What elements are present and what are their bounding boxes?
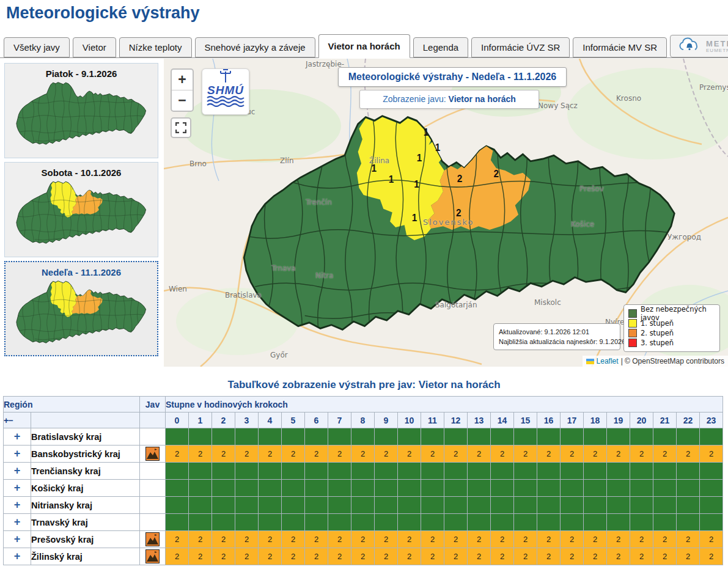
hour-warning-cell <box>444 514 468 531</box>
column-header-steps: Stupne v hodinových krokoch <box>166 397 723 413</box>
warning-level-number: 1 <box>372 163 377 174</box>
expand-row-button[interactable]: + <box>4 428 31 446</box>
expand-row-button[interactable]: + <box>4 514 31 531</box>
legend-item: Bez nebezpečných javov <box>628 309 715 318</box>
hour-warning-cell: 2 <box>166 446 189 463</box>
expand-row-button[interactable]: + <box>4 480 31 497</box>
table-row: +Trnavský kraj <box>4 514 723 531</box>
zoom-out-button[interactable]: − <box>172 90 193 111</box>
day-title: Sobota - 10.1.2026 <box>5 167 158 178</box>
day-panel-friday[interactable]: Piatok - 9.1.2026 <box>4 63 158 158</box>
zoom-in-button[interactable]: + <box>172 70 193 90</box>
hour-warning-cell <box>607 497 630 514</box>
hour-warning-cell <box>630 480 653 497</box>
shmu-logo[interactable]: SHMÚ <box>202 68 249 115</box>
hour-warning-cell <box>328 463 351 480</box>
tab-snehove-jazyky[interactable]: Snehové jazyky a záveje <box>195 37 315 57</box>
hour-warning-cell <box>653 428 677 446</box>
expand-row-button[interactable]: + <box>4 531 31 548</box>
map-attribution: Leaflet | © OpenStreetMap contributors <box>583 356 728 367</box>
expand-row-button[interactable]: + <box>4 497 31 514</box>
day-title: Nedeľa - 11.1.2026 <box>6 267 157 277</box>
hour-warning-cell: 2 <box>653 446 677 463</box>
hour-warning-cell <box>421 514 444 531</box>
tab-vietor-na-horach[interactable]: Vietor na horách <box>318 34 410 58</box>
region-name: Bratislavský kraj <box>31 428 140 446</box>
hour-warning-cell: 2 <box>561 548 584 565</box>
hour-warning-cell: 2 <box>514 548 537 565</box>
hour-warning-cell <box>561 428 584 446</box>
warning-map[interactable]: 1111111222 Jastrzębie-OlomoucBrnoZlínKro… <box>164 59 728 367</box>
hour-warning-cell: 2 <box>375 548 398 565</box>
region-name: Prešovský kraj <box>31 531 140 548</box>
hour-warning-cell: 2 <box>305 531 328 548</box>
hour-warning-cell: 2 <box>584 531 607 548</box>
page-title: Meteorologické výstrahy <box>6 4 200 23</box>
hour-warning-cell: 2 <box>561 446 584 463</box>
hour-warning-cell: 2 <box>700 446 723 463</box>
tab-vietor[interactable]: Vietor <box>73 37 116 57</box>
leaflet-link[interactable]: Leaflet <box>597 357 619 365</box>
hour-warning-cell: 2 <box>491 446 514 463</box>
hour-header: 16 <box>537 413 561 428</box>
hour-warning-cell: 2 <box>607 446 630 463</box>
hour-warning-cell <box>212 428 235 446</box>
hour-warning-cell <box>653 514 677 531</box>
hour-warning-cell <box>189 497 212 514</box>
hour-warning-cell: 2 <box>607 548 630 565</box>
hour-warning-cell <box>398 480 421 497</box>
hour-warning-cell <box>514 480 537 497</box>
expand-row-button[interactable]: + <box>4 446 31 463</box>
tab-legenda[interactable]: Legenda <box>413 37 468 57</box>
legend-swatch <box>628 339 637 347</box>
hour-warning-cell: 2 <box>212 531 235 548</box>
day-panel-sunday[interactable]: Nedeľa - 11.1.2026 <box>4 261 158 356</box>
day-panel-saturday[interactable]: Sobota - 10.1.2026 <box>4 162 158 257</box>
hour-warning-cell <box>282 497 305 514</box>
hour-warning-cell: 2 <box>468 446 491 463</box>
jav-icon-cell <box>140 548 166 565</box>
hour-warning-cell: 2 <box>514 531 537 548</box>
hour-warning-cell <box>491 514 514 531</box>
hour-header: 15 <box>514 413 537 428</box>
fullscreen-button[interactable] <box>171 117 191 138</box>
tab-nizke-teploty[interactable]: Nízke teploty <box>119 37 192 57</box>
weather-vane-icon <box>213 69 238 82</box>
mini-map-sunday <box>10 280 153 351</box>
hour-warning-cell <box>235 514 259 531</box>
meteoalarm-logo[interactable]: METEOALARM EUMETNET <box>670 35 728 57</box>
hour-warning-cell <box>421 463 444 480</box>
updated-at: Aktualizované: 9.1.2026 12:01 <box>499 327 615 337</box>
hour-warning-cell <box>584 463 607 480</box>
warning-level-number: 1 <box>435 142 441 152</box>
hour-warning-cell <box>189 428 212 446</box>
expand-collapse-all-button[interactable]: +− <box>4 413 31 428</box>
expand-row-button[interactable]: + <box>4 463 31 480</box>
tab-informacie-mv[interactable]: Informácie MV SR <box>573 37 667 57</box>
legend-swatch <box>628 329 637 337</box>
hour-warning-cell <box>421 497 444 514</box>
hour-warning-cell: 2 <box>584 446 607 463</box>
table-row: +Košický kraj <box>4 480 723 497</box>
hour-warning-cell <box>700 480 723 497</box>
column-header-region: Región <box>4 397 140 413</box>
hour-warning-cell <box>677 480 700 497</box>
hour-header: 7 <box>328 413 351 428</box>
tab-informacie-uvz[interactable]: Informácie ÚVZ SR <box>471 37 570 57</box>
warning-level-number: 2 <box>457 174 463 184</box>
region-name: Košický kraj <box>31 480 140 497</box>
mountain-wind-icon <box>145 549 160 563</box>
hour-warning-cell <box>421 428 444 446</box>
table-row: +Nitriansky kraj <box>4 497 723 514</box>
hour-warning-cell: 2 <box>421 531 444 548</box>
hour-warning-cell <box>514 497 537 514</box>
region-name: Nitriansky kraj <box>31 497 140 514</box>
tab-vsetky-javy[interactable]: Všetky javy <box>4 37 70 57</box>
hour-warning-cell: 2 <box>305 446 328 463</box>
hour-warning-cell: 2 <box>189 548 212 565</box>
hour-header: 8 <box>351 413 375 428</box>
hour-warning-cell <box>351 463 375 480</box>
hour-warning-cell <box>282 514 305 531</box>
hour-header: 23 <box>700 413 723 428</box>
expand-row-button[interactable]: + <box>4 548 31 565</box>
